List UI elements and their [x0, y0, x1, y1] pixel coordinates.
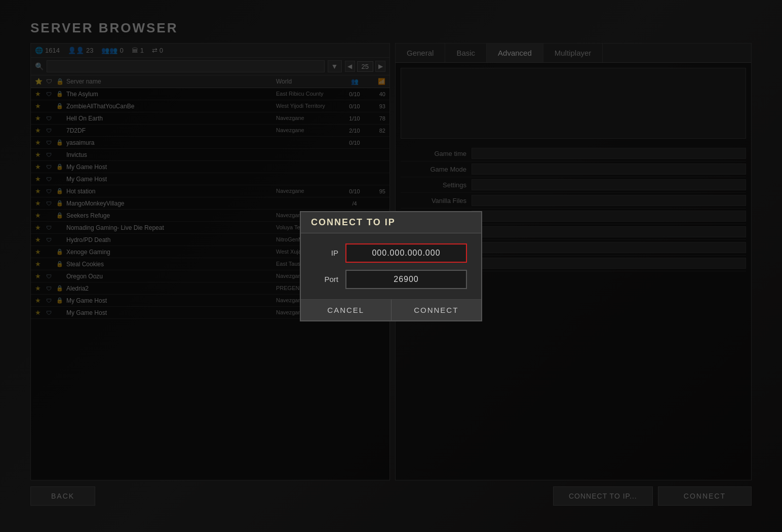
modal-cancel-button[interactable]: CANCEL [301, 300, 392, 320]
modal-port-input[interactable] [345, 270, 467, 289]
modal-ip-input[interactable] [345, 243, 467, 263]
modal-buttons: CANCEL CONNECT [301, 299, 481, 320]
modal-connect-button[interactable]: CONNECT [392, 300, 482, 320]
modal-ip-field: IP [313, 243, 469, 263]
modal-port-label: Port [313, 275, 338, 283]
modal-body: IP Port [301, 233, 481, 299]
modal-ip-label: IP [313, 249, 338, 257]
modal-title: CONNECT TO IP [301, 212, 481, 233]
modal-overlay[interactable]: CONNECT TO IP IP Port CANCEL CONNECT [0, 0, 782, 532]
modal-port-field: Port [313, 270, 469, 289]
connect-to-ip-modal: CONNECT TO IP IP Port CANCEL CONNECT [300, 211, 482, 321]
